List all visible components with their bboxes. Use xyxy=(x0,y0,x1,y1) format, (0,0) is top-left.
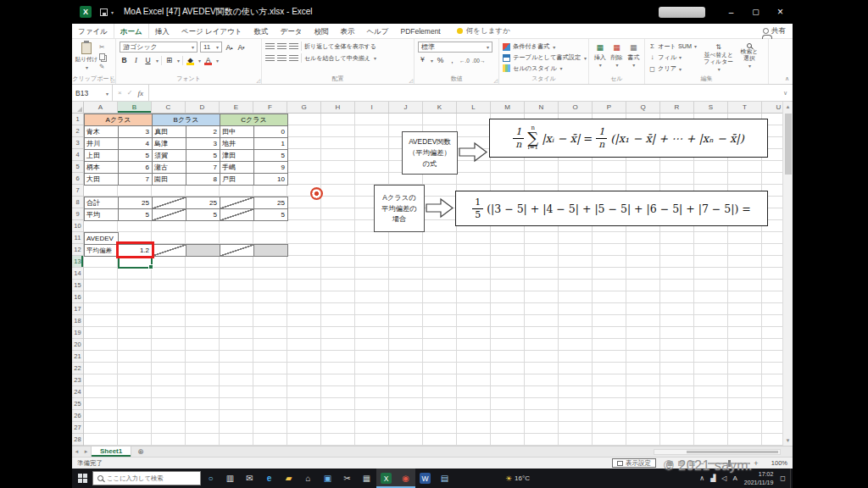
cell-v1-row4[interactable]: 6 xyxy=(119,162,153,174)
cell-v3-row5[interactable]: 10 xyxy=(254,174,288,186)
row-header-11[interactable]: 11 xyxy=(72,232,83,244)
font-size-combo[interactable]: 11 xyxy=(200,42,222,53)
horizontal-scrollbar[interactable] xyxy=(654,449,781,455)
row-header-13[interactable]: 13 xyxy=(72,256,83,268)
row-header-4[interactable]: 4 xyxy=(72,149,83,161)
notepad-icon[interactable]: ▤ xyxy=(435,469,454,488)
column-header-R[interactable]: R xyxy=(660,102,694,113)
cell-v1-row1[interactable]: 3 xyxy=(119,126,153,138)
bold-button[interactable]: B xyxy=(120,55,129,65)
show-desktop-button[interactable] xyxy=(790,469,793,488)
column-header-L[interactable]: L xyxy=(457,102,491,113)
cell-avg-c[interactable]: 5 xyxy=(254,209,288,221)
row-header-1[interactable]: 1 xyxy=(72,114,83,125)
column-header-Q[interactable]: Q xyxy=(626,102,660,113)
cell-n2-row1[interactable]: 真田 xyxy=(153,126,186,138)
cell-n1-row3[interactable]: 上田 xyxy=(85,150,119,162)
cell-sum-a[interactable]: 25 xyxy=(119,197,153,209)
row-header-22[interactable]: 22 xyxy=(72,363,83,374)
cell-v2-row5[interactable]: 8 xyxy=(186,174,220,186)
format-cells-button[interactable]: ▦ 書式 xyxy=(626,42,641,68)
scroll-up-icon[interactable]: ▲ xyxy=(783,102,793,112)
currency-button[interactable]: ￥ xyxy=(418,55,427,65)
grow-font-button[interactable]: A▴ xyxy=(225,42,234,53)
volume-icon[interactable]: ◁ xyxy=(721,474,726,482)
zoom-in-icon[interactable]: + xyxy=(752,459,760,468)
cell-v3-row2[interactable]: 1 xyxy=(254,138,288,150)
formula-input[interactable] xyxy=(149,85,778,101)
column-header-K[interactable]: K xyxy=(423,102,457,113)
cell-sum-b[interactable]: 25 xyxy=(186,197,220,209)
diagonal-cell[interactable] xyxy=(220,245,254,257)
row-header-19[interactable]: 19 xyxy=(72,327,83,339)
tell-me-box[interactable]: 何をしますか xyxy=(457,24,510,38)
network-icon[interactable]: ▟ xyxy=(710,474,715,482)
minimize-button[interactable] xyxy=(719,0,743,24)
row-header-5[interactable]: 5 xyxy=(72,161,83,173)
cell-n1-row1[interactable]: 青木 xyxy=(85,126,119,138)
start-button[interactable] xyxy=(72,469,92,488)
cell-v3-row1[interactable]: 0 xyxy=(254,126,288,138)
column-header-H[interactable]: H xyxy=(321,102,355,113)
cell-n1-row2[interactable]: 井川 xyxy=(85,138,119,150)
cell-sum-c[interactable]: 25 xyxy=(254,197,288,209)
column-header-M[interactable]: M xyxy=(491,102,525,113)
delete-cells-button[interactable]: ▦ 削除 xyxy=(609,42,625,68)
copy-icon[interactable] xyxy=(99,53,105,60)
italic-button[interactable]: I xyxy=(131,55,141,65)
ime-icon[interactable]: A xyxy=(733,474,737,482)
column-header-C[interactable]: C xyxy=(152,102,186,113)
sheet-nav-left-icon[interactable]: ◂ xyxy=(72,448,81,455)
find-select-button[interactable]: 検索と 選択 xyxy=(734,42,765,74)
clear-button[interactable]: ◻ クリア xyxy=(648,64,704,74)
row-header-9[interactable]: 9 xyxy=(72,208,83,220)
diagonal-cell[interactable] xyxy=(220,209,254,221)
file-explorer-icon[interactable]: ▰ xyxy=(279,469,298,488)
collapse-ribbon-icon[interactable]: ∧ xyxy=(785,75,789,82)
close-button[interactable] xyxy=(768,0,793,24)
borders-icon[interactable]: ⊞ xyxy=(164,55,174,65)
sort-filter-button[interactable]: ⇅ 並べ替えと フィルター xyxy=(704,42,734,74)
callout-a-class-case[interactable]: Aクラスの 平均偏差の 場合 xyxy=(374,185,425,232)
cell-v1-row5[interactable]: 7 xyxy=(119,174,153,186)
zoom-level[interactable]: 100% xyxy=(765,459,787,467)
callout-avedev-formula[interactable]: AVEDEV関数 （平均偏差） の式 xyxy=(402,131,458,175)
format-painter-icon[interactable]: ✎ xyxy=(99,63,105,70)
diagonal-cell[interactable] xyxy=(153,197,186,209)
mail-icon[interactable]: ✉ xyxy=(240,469,259,488)
cell-avg-label[interactable]: 平均 xyxy=(85,209,119,221)
align-bottom-icon[interactable] xyxy=(289,43,298,50)
column-header-N[interactable]: N xyxy=(525,102,559,113)
cell-avg-b[interactable]: 5 xyxy=(186,209,220,221)
dialog-launcher-icon[interactable] xyxy=(493,77,498,83)
row-header-28[interactable]: 28 xyxy=(72,434,83,446)
autosum-button[interactable]: Σ オート SUM xyxy=(648,42,704,51)
row-header-12[interactable]: 12 xyxy=(72,244,83,256)
row-header-18[interactable]: 18 xyxy=(72,315,83,327)
row-header-8[interactable]: 8 xyxy=(72,197,83,208)
row-header-16[interactable]: 16 xyxy=(72,291,83,303)
formula-box-1[interactable]: 1n n∑i=1 |xᵢ − x̄| = 1n (|x₁ − x̄| + ⋯ +… xyxy=(489,119,768,158)
dialog-launcher-icon[interactable] xyxy=(409,77,413,83)
format-as-table-button[interactable]: テーブルとして書式設定 xyxy=(503,53,585,64)
ribbon-tab-ホーム[interactable]: ホーム xyxy=(114,24,149,38)
enter-icon[interactable]: ✓ xyxy=(127,89,133,97)
cell-n3-row4[interactable]: 手嶋 xyxy=(220,162,254,174)
paste-button[interactable]: 貼り付け xyxy=(75,42,97,71)
excel-icon[interactable]: X xyxy=(376,469,396,488)
ribbon-tab-PDFelement[interactable]: PDFelement xyxy=(394,24,446,38)
column-header-I[interactable]: I xyxy=(355,102,389,113)
arrow-shape-1[interactable] xyxy=(459,141,488,163)
cell-n1-row5[interactable]: 大田 xyxy=(85,174,119,186)
display-settings-button[interactable]: 表示設定 xyxy=(612,458,656,468)
ribbon-tab-数式[interactable]: 数式 xyxy=(248,24,274,38)
row-header-15[interactable]: 15 xyxy=(72,280,83,291)
dialog-launcher-icon[interactable] xyxy=(256,77,260,83)
ribbon-tab-校閲[interactable]: 校閲 xyxy=(308,24,334,38)
column-header-E[interactable]: E xyxy=(220,102,253,113)
qat-dropdown-icon[interactable]: ▾ xyxy=(111,9,114,15)
cell-avedev-label[interactable]: 平均偏差 xyxy=(85,245,119,257)
cell-empty-gray[interactable] xyxy=(186,245,220,257)
cell-n2-row2[interactable]: 島津 xyxy=(153,138,186,150)
column-header-S[interactable]: S xyxy=(694,102,728,113)
